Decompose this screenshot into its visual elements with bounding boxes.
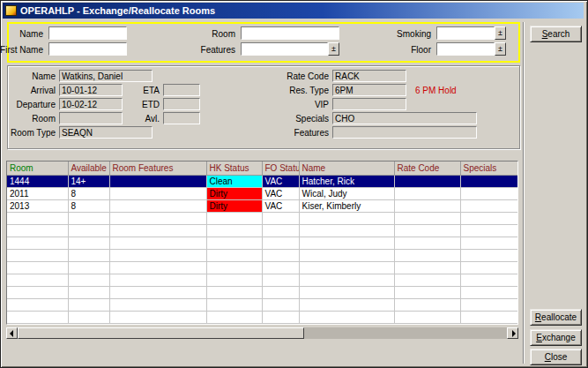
search-name-label: Name [19,29,43,39]
table-row[interactable]: 2013 8 Dirty VAC Kiser, Kimberly [7,200,517,213]
empty-cell [460,225,517,237]
empty-cell [262,299,299,312]
empty-cell [394,250,460,262]
column-header-available[interactable]: Available [68,161,109,176]
search-features-field[interactable] [241,42,328,56]
empty-cell [460,274,517,287]
rate-code-label: Rate Code [287,71,329,81]
empty-cell [262,287,299,299]
search-button[interactable]: Search [530,26,582,42]
empty-cell [460,237,517,250]
cell-rate-code [394,176,460,188]
button-column-divider [523,22,525,364]
table-row-empty[interactable] [7,262,517,274]
table-row-empty[interactable] [7,299,517,312]
titlebar[interactable]: OPERAHLP - Exchange/Reallocate Rooms [3,3,584,19]
empty-cell [7,274,68,287]
table-row-selected[interactable]: 1444 14+ Clean VAC Hatcher, Rick [7,176,517,188]
empty-cell [68,262,109,274]
features-lov-button[interactable]: ± [328,42,339,56]
specials-label: Specials [295,114,329,124]
column-header-hk-status[interactable]: HK Status [206,161,262,176]
empty-cell [460,287,517,299]
details-features-field [332,126,477,139]
search-name-input[interactable] [48,26,127,40]
etd-label: ETD [142,100,160,109]
cell-available: 14+ [68,176,109,188]
empty-cell [299,237,394,250]
empty-cell [262,274,299,287]
table-row-empty[interactable] [7,225,517,237]
table-header-row: Room Available Room Features HK Status F… [7,161,517,176]
cell-fo-status: VAC [262,188,299,200]
empty-cell [7,250,68,262]
etd-field [163,98,200,110]
table-row-empty[interactable] [7,287,517,299]
search-first-name-input[interactable] [48,42,127,56]
empty-cell [68,225,109,237]
empty-cell [262,262,299,274]
room-type-field [59,126,153,139]
empty-cell [68,250,109,262]
empty-cell [299,213,394,225]
column-header-rate-code[interactable]: Rate Code [394,161,460,176]
search-smoking-field[interactable] [436,26,495,40]
empty-cell [109,287,206,299]
column-header-room[interactable]: Room [7,161,68,176]
reallocate-button[interactable]: Reallocate [530,309,582,326]
exchange-button[interactable]: Exchange [530,329,582,346]
empty-cell [460,213,517,225]
table-row-empty[interactable] [7,250,517,262]
column-header-fo-status[interactable]: FO Status [262,161,299,176]
left-arrow-icon [10,330,13,337]
empty-cell [262,237,299,250]
scroll-left-button[interactable] [6,327,18,339]
search-room-input[interactable] [241,26,339,40]
empty-cell [394,274,460,287]
right-arrow-icon [512,330,516,337]
table-row[interactable]: 2011 8 Dirty VAC Wical, Judy [7,188,517,200]
empty-cell [299,299,394,312]
cell-name: Kiser, Kimberly [299,200,394,213]
search-features-label: Features [201,45,235,55]
empty-cell [109,225,206,237]
empty-cell [206,250,262,262]
column-header-specials[interactable]: Specials [460,161,517,176]
table-row-empty[interactable] [7,274,517,287]
search-floor-field[interactable] [436,42,495,56]
floor-lov-button[interactable]: ± [495,42,506,56]
empty-cell [460,312,517,324]
empty-cell [299,225,394,237]
scrollbar-thumb[interactable] [18,327,304,339]
cell-hk-status: Dirty [206,188,262,200]
empty-cell [206,287,262,299]
res-type-label: Res. Type [289,86,329,95]
rooms-table-body: 1444 14+ Clean VAC Hatcher, Rick 2011 8 … [7,176,517,324]
empty-cell [394,225,460,237]
search-smoking-label: Smoking [397,29,431,39]
res-type-hold-note: 6 PM Hold [415,86,457,95]
column-header-room-features[interactable]: Room Features [109,161,206,176]
cell-specials [460,188,517,200]
table-row-empty[interactable] [7,213,517,225]
search-room-label: Room [212,29,235,39]
empty-cell [460,299,517,312]
spinner-icon: ± [498,44,502,53]
scroll-right-button[interactable] [507,327,518,339]
eta-label: ETA [143,86,160,95]
cell-room-features [109,176,206,188]
empty-cell [68,312,109,324]
column-header-name[interactable]: Name [299,161,394,176]
cell-specials [460,200,517,213]
cell-room-features [109,200,206,213]
empty-cell [460,262,517,274]
table-row-empty[interactable] [7,312,517,324]
empty-cell [394,312,460,324]
vip-label: VIP [315,100,329,109]
empty-cell [68,237,109,250]
empty-cell [7,262,68,274]
horizontal-scrollbar [6,327,518,339]
smoking-lov-button[interactable]: ± [495,26,506,40]
close-button[interactable]: Close [530,349,582,365]
table-row-empty[interactable] [7,237,517,250]
